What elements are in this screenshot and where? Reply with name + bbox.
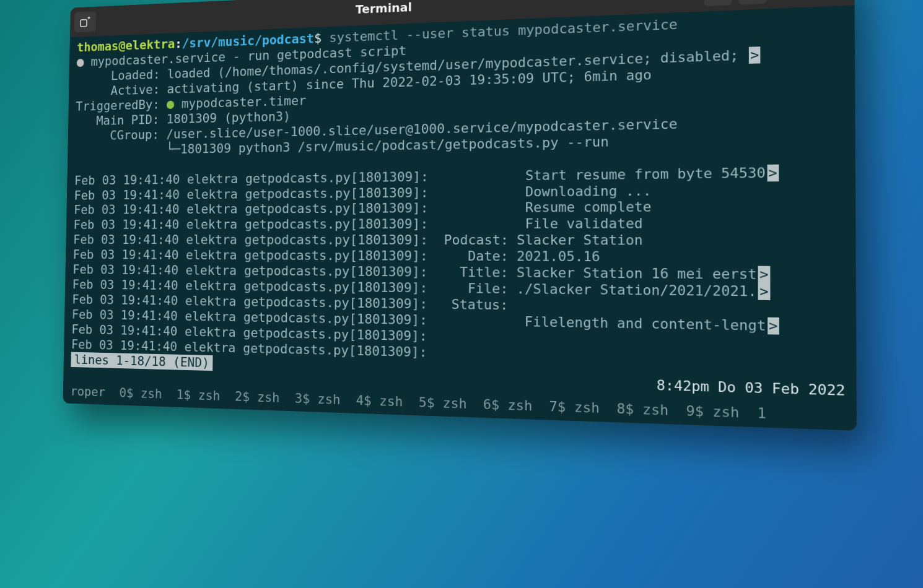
tmux-window[interactable]: 0$ zsh — [105, 385, 162, 402]
tmux-window[interactable]: 9$ zsh — [668, 402, 739, 421]
active-label: Active: — [76, 82, 167, 98]
hamburger-menu-button[interactable] — [739, 0, 768, 5]
triggeredby-label: TriggeredBy: — [76, 97, 167, 113]
tmux-window[interactable]: 5$ zsh — [403, 394, 466, 411]
timer-active-dot-icon — [167, 100, 174, 108]
journal-block: Feb 03 19:41:40 elektra getpodcasts.py[1… — [71, 163, 857, 371]
journal-prefix: Feb 03 19:41:40 elektra getpodcasts.py[1… — [74, 184, 436, 202]
tmux-window[interactable]: 1$ zsh — [162, 387, 220, 404]
cgroup-label: CGroup: — [75, 127, 166, 143]
truncation-mark-icon: > — [758, 266, 770, 283]
journal-message: File validated — [436, 215, 643, 231]
journal-prefix: Feb 03 19:41:40 elektra getpodcasts.py[1… — [73, 232, 436, 248]
loaded-label: Loaded: — [76, 67, 167, 84]
tmux-window[interactable]: 7$ zsh — [532, 398, 600, 416]
service-state-dot-icon — [77, 59, 84, 67]
terminal-window: Terminal — [63, 0, 856, 431]
journal-prefix: Feb 03 19:41:40 elektra getpodcasts.py[1… — [74, 217, 437, 232]
new-tab-icon — [80, 17, 90, 27]
mainpid-value: 1801309 (python3) — [167, 109, 291, 126]
search-button[interactable] — [704, 0, 732, 6]
journal-line: Feb 03 19:41:40 elektra getpodcasts.py[1… — [74, 215, 856, 233]
tmux-tail: 1 — [739, 404, 766, 422]
tmux-window[interactable]: 6$ zsh — [467, 396, 533, 414]
new-tab-button[interactable] — [74, 11, 97, 32]
minimize-button[interactable] — [774, 0, 797, 2]
journal-message: Resume complete — [436, 199, 651, 215]
journal-message: Downloading ... — [436, 183, 651, 200]
truncation-mark-icon: > — [767, 164, 779, 181]
tmux-window[interactable]: 3$ zsh — [279, 390, 341, 407]
tmux-session-name: roper — [70, 384, 105, 399]
terminal-viewport[interactable]: thomas@elektra:/srv/music/podcast$ syste… — [63, 5, 856, 430]
journal-message: Title: Slacker Station 16 mei eerst — [435, 264, 757, 282]
window-title: Terminal — [356, 1, 412, 17]
tmux-window[interactable]: 8$ zsh — [600, 400, 668, 418]
truncation-mark-icon: > — [768, 318, 779, 335]
journal-prefix: Feb 03 19:41:40 elektra getpodcasts.py[1… — [74, 201, 436, 217]
journal-line: Feb 03 19:41:40 elektra getpodcasts.py[1… — [73, 232, 855, 249]
prompt-sigil: $ — [314, 30, 322, 45]
journal-message: Status: — [435, 296, 509, 313]
prompt-sep: : — [175, 36, 182, 51]
maximize-button[interactable] — [801, 0, 825, 2]
truncation-mark-icon: > — [749, 46, 761, 64]
tmux-window[interactable]: 2$ zsh — [220, 388, 279, 405]
journal-message: Date: 2021.05.16 — [435, 248, 600, 264]
tmux-window[interactable]: 4$ zsh — [341, 392, 403, 409]
tmux-window-list: 0$ zsh 1$ zsh 2$ zsh 3$ zsh 4$ zsh 5$ zs… — [105, 385, 740, 421]
mainpid-label: Main PID: — [76, 112, 167, 129]
pager-status: lines 1-18/18 (END) — [71, 352, 212, 371]
svg-rect-0 — [81, 20, 87, 27]
truncation-mark-icon: > — [758, 283, 770, 300]
journal-prefix: Feb 03 19:41:40 elektra getpodcasts.py[1… — [73, 248, 436, 264]
journal-message: Podcast: Slacker Station — [436, 232, 643, 248]
